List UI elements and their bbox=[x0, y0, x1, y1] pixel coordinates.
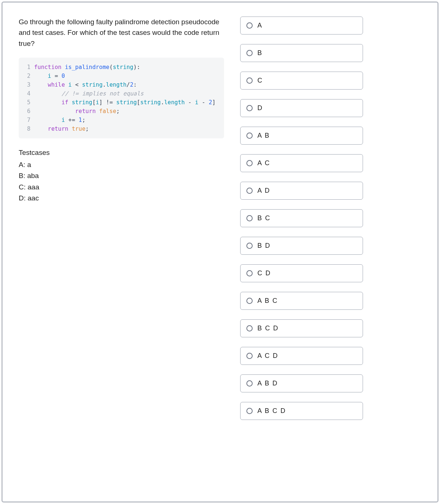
code-content: if string[i] != string[string.length - i… bbox=[34, 98, 216, 107]
option-label: B C D bbox=[257, 324, 279, 332]
line-number: 4 bbox=[23, 89, 30, 98]
option-label: B bbox=[257, 49, 263, 57]
radio-icon bbox=[246, 133, 253, 139]
option-label: A C bbox=[257, 159, 270, 167]
answer-option[interactable]: B D bbox=[240, 237, 363, 255]
radio-icon bbox=[246, 160, 253, 166]
radio-icon bbox=[246, 353, 253, 359]
answer-option[interactable]: A C D bbox=[240, 347, 363, 365]
question-text: Go through the following faulty palindro… bbox=[19, 17, 224, 49]
line-number: 3 bbox=[23, 80, 30, 89]
line-number: 2 bbox=[23, 72, 30, 80]
answer-option[interactable]: B bbox=[240, 44, 363, 62]
code-line: 6 return false; bbox=[23, 107, 220, 116]
code-content: i += 1; bbox=[34, 116, 85, 124]
option-label: A B D bbox=[257, 380, 278, 387]
quiz-container: Go through the following faulty palindro… bbox=[1, 1, 439, 503]
line-number: 6 bbox=[23, 107, 30, 116]
option-label: A C D bbox=[257, 352, 278, 360]
testcase-item: C: aaa bbox=[19, 182, 224, 193]
line-number: 7 bbox=[23, 116, 30, 124]
radio-icon bbox=[246, 408, 253, 414]
answer-option[interactable]: A B C D bbox=[240, 402, 363, 420]
answer-option[interactable]: A bbox=[240, 17, 363, 35]
answer-option[interactable]: A B bbox=[240, 127, 363, 145]
radio-icon bbox=[246, 188, 253, 194]
code-block: 1function is_palindrome(string):2 i = 03… bbox=[19, 58, 224, 138]
option-label: A B C D bbox=[257, 407, 286, 415]
code-content: i = 0 bbox=[34, 72, 65, 80]
radio-icon bbox=[246, 243, 253, 249]
radio-icon bbox=[246, 380, 253, 387]
option-label: A B bbox=[257, 132, 270, 139]
code-line: 3 while i < string.length/2: bbox=[23, 80, 220, 89]
option-label: A bbox=[257, 22, 263, 29]
code-line: 2 i = 0 bbox=[23, 72, 220, 80]
option-label: B C bbox=[257, 214, 271, 222]
radio-icon bbox=[246, 215, 253, 221]
option-label: B D bbox=[257, 242, 271, 250]
option-label: A B C bbox=[257, 297, 278, 305]
radio-icon bbox=[246, 270, 253, 276]
code-line: 8 return true; bbox=[23, 124, 220, 133]
line-number: 1 bbox=[23, 63, 30, 72]
code-content: return false; bbox=[34, 107, 120, 116]
option-label: D bbox=[257, 104, 263, 112]
testcases-title: Testcases bbox=[19, 147, 224, 158]
radio-icon bbox=[246, 22, 253, 29]
answer-option[interactable]: B C bbox=[240, 209, 363, 227]
code-content: // != implies not equals bbox=[34, 89, 144, 98]
radio-icon bbox=[246, 298, 253, 304]
options-column: ABCDA BA CA DB CB DC DA B CB C DA C DA B… bbox=[240, 17, 363, 487]
code-line: 4 // != implies not equals bbox=[23, 89, 220, 98]
radio-icon bbox=[246, 50, 253, 56]
answer-option[interactable]: A D bbox=[240, 182, 363, 200]
line-number: 8 bbox=[23, 124, 30, 133]
radio-icon bbox=[246, 325, 253, 331]
testcase-item: D: aac bbox=[19, 193, 224, 204]
answer-option[interactable]: A B C bbox=[240, 292, 363, 310]
option-label: C D bbox=[257, 269, 271, 277]
code-line: 5 if string[i] != string[string.length -… bbox=[23, 98, 220, 107]
line-number: 5 bbox=[23, 98, 30, 107]
code-content: function is_palindrome(string): bbox=[34, 63, 140, 72]
testcase-item: A: a bbox=[19, 159, 224, 170]
testcase-item: B: aba bbox=[19, 170, 224, 181]
radio-icon bbox=[246, 105, 253, 111]
answer-option[interactable]: C D bbox=[240, 264, 363, 282]
testcases-section: Testcases A: a B: aba C: aaa D: aac bbox=[19, 147, 224, 204]
code-content: return true; bbox=[34, 124, 89, 133]
answer-option[interactable]: A B D bbox=[240, 374, 363, 392]
code-content: while i < string.length/2: bbox=[34, 80, 137, 89]
answer-option[interactable]: B C D bbox=[240, 319, 363, 337]
code-line: 1function is_palindrome(string): bbox=[23, 63, 220, 72]
option-label: A D bbox=[257, 187, 270, 195]
answer-option[interactable]: C bbox=[240, 72, 363, 90]
code-line: 7 i += 1; bbox=[23, 116, 220, 124]
answer-option[interactable]: A C bbox=[240, 154, 363, 172]
radio-icon bbox=[246, 77, 253, 84]
answer-option[interactable]: D bbox=[240, 99, 363, 117]
option-label: C bbox=[257, 77, 263, 84]
question-column: Go through the following faulty palindro… bbox=[19, 17, 224, 487]
